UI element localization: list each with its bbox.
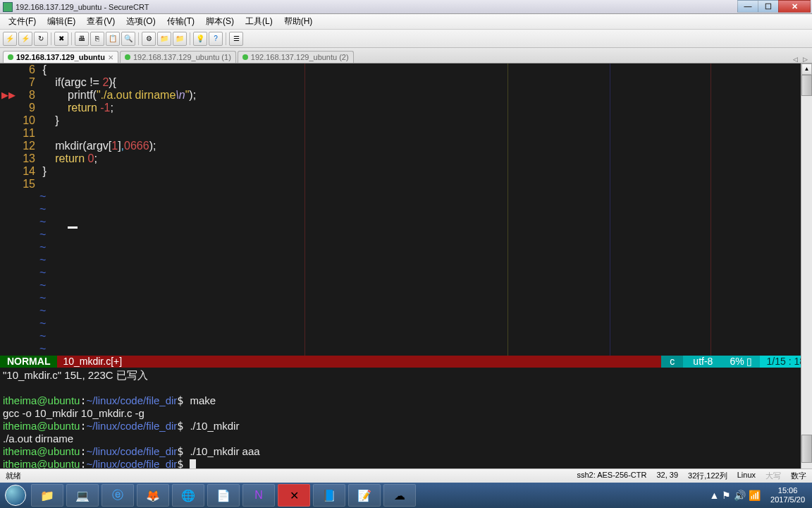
taskbar-explorer[interactable]: 📁 — [31, 484, 63, 507]
toolbar-separator — [71, 32, 72, 45]
vim-percent: 6% ▯ — [722, 356, 759, 368]
tab-scroll-arrows[interactable]: ◁ ▷ — [793, 56, 809, 63]
vim-statusline: NORMAL 10_mkdir.c[+] c utf-8 6% ▯ 1/15 :… — [0, 356, 812, 368]
terminal-output[interactable]: "10_mkdir.c" 15L, 223C 已写入 itheima@ubunt… — [0, 368, 812, 468]
connect-icon[interactable]: ⚡ — [3, 32, 17, 46]
scroll-thumb[interactable] — [801, 75, 812, 96]
scrollbar[interactable]: ▲ — [801, 64, 812, 468]
line-number-gutter: 6 7 ▶▶8 9 10 11 12 13 14 15 — [0, 64, 39, 356]
windows-orb-icon — [5, 485, 26, 506]
menu-edit[interactable]: 编辑(E) — [42, 16, 81, 28]
vim-filetype: c — [661, 356, 683, 368]
terminal-editor[interactable]: 6 7 ▶▶8 9 10 11 12 13 14 15 { if(argc !=… — [0, 64, 812, 468]
quick-connect-icon[interactable]: ⚡ — [18, 32, 32, 46]
scroll-up-icon[interactable]: ▲ — [801, 64, 812, 75]
start-button[interactable] — [1, 484, 30, 507]
properties-icon[interactable]: ⚙ — [142, 32, 156, 46]
taskbar-onenote[interactable]: N — [242, 484, 275, 507]
taskbar-app2[interactable]: 📘 — [313, 484, 345, 507]
status-numlock: 数字 — [791, 471, 806, 481]
menu-bar: 文件(F) 编辑(E) 查看(V) 选项(O) 传输(T) 脚本(S) 工具(L… — [0, 14, 812, 30]
menu-script[interactable]: 脚本(S) — [200, 16, 240, 28]
status-cursor-pos: 32, 39 — [656, 471, 678, 481]
window-title: 192.168.137.129_ubuntu - SecureCRT — [16, 3, 149, 11]
paste-icon[interactable]: 📋 — [106, 32, 120, 46]
minimize-button[interactable]: — — [737, 0, 758, 13]
terminal-cursor — [190, 459, 196, 468]
status-bar: 就绪 ssh2: AES-256-CTR 32, 39 32行,122列 Lin… — [0, 468, 812, 483]
connected-icon — [125, 54, 130, 60]
status-os: Linux — [737, 471, 756, 481]
toolbar: ⚡ ⚡ ↻ ✖ 🖶 ⎘ 📋 🔍 ⚙ 📁 📁 💡 ? ☰ — [0, 30, 812, 48]
menu-view[interactable]: 查看(V) — [81, 16, 121, 28]
options-icon[interactable]: 📁 — [157, 32, 171, 46]
taskbar-ie[interactable]: ⓔ — [102, 484, 134, 507]
toolbar-separator — [51, 32, 51, 45]
tab-session-3[interactable]: 192.168.137.129_ubuntu (2) — [238, 51, 354, 63]
taskbar-app3[interactable]: ☁ — [383, 484, 416, 507]
taskbar-app1[interactable]: ✕ — [278, 484, 310, 507]
tab-label: 192.168.137.129_ubuntu (1) — [133, 53, 231, 61]
copy-icon[interactable]: ⎘ — [90, 32, 104, 46]
close-tab-icon[interactable]: ✕ — [108, 54, 113, 61]
tray-icons[interactable]: ▲ ⚑ 🔊 📶 — [706, 490, 765, 501]
status-ssh: ssh2: AES-256-CTR — [577, 471, 646, 481]
log-icon[interactable]: ☰ — [229, 32, 243, 46]
cursor — [68, 226, 78, 229]
windows-taskbar: 📁 💻 ⓔ 🦊 🌐 📄 N ✕ 📘 📝 ☁ ▲ ⚑ 🔊 📶 15:06 2017… — [0, 483, 812, 508]
status-dimensions: 32行,122列 — [688, 471, 727, 481]
tab-bar: 192.168.137.129_ubuntu ✕ 192.168.137.129… — [0, 48, 812, 64]
connected-icon — [8, 54, 13, 60]
vim-encoding: utf-8 — [683, 356, 722, 368]
status-caps: 大写 — [765, 471, 781, 481]
taskbar-chrome[interactable]: 🌐 — [172, 484, 204, 507]
taskbar-securecrt[interactable]: 💻 — [66, 484, 99, 507]
close-button[interactable]: ✕ — [778, 0, 811, 13]
menu-help[interactable]: 帮助(H) — [278, 16, 319, 28]
tip-icon[interactable]: 💡 — [193, 32, 207, 46]
toolbar-separator — [226, 32, 226, 45]
title-bar: 192.168.137.129_ubuntu - SecureCRT — ☐ ✕ — [0, 0, 812, 14]
session-icon[interactable]: 📁 — [173, 32, 187, 46]
menu-options[interactable]: 选项(O) — [121, 16, 161, 28]
find-icon[interactable]: 🔍 — [121, 32, 135, 46]
toolbar-separator — [190, 32, 190, 45]
taskbar-office[interactable]: 📄 — [207, 484, 240, 507]
vim-filename: 10_mkdir.c[+] — [57, 356, 128, 368]
tab-session-2[interactable]: 192.168.137.129_ubuntu (1) — [120, 51, 236, 63]
tab-label: 192.168.137.129_ubuntu (2) — [251, 53, 349, 61]
taskbar-firefox[interactable]: 🦊 — [137, 484, 169, 507]
help-icon[interactable]: ? — [209, 32, 223, 46]
scroll-thumb[interactable] — [801, 435, 812, 463]
connected-icon — [242, 54, 248, 60]
app-icon — [3, 2, 13, 12]
reconnect-icon[interactable]: ↻ — [34, 32, 48, 46]
taskbar-notepad[interactable]: 📝 — [348, 484, 381, 507]
menu-tools[interactable]: 工具(L) — [240, 16, 278, 28]
menu-file[interactable]: 文件(F) — [3, 16, 42, 28]
toolbar-separator — [138, 32, 139, 45]
disconnect-icon[interactable]: ✖ — [54, 32, 68, 46]
maximize-button[interactable]: ☐ — [758, 0, 779, 13]
status-ready: 就绪 — [6, 471, 21, 481]
taskbar-clock[interactable]: 15:06 2017/5/20 — [765, 486, 811, 504]
menu-transfer[interactable]: 传输(T) — [161, 16, 200, 28]
tab-session-1[interactable]: 192.168.137.129_ubuntu ✕ — [3, 51, 118, 63]
tab-label: 192.168.137.129_ubuntu — [16, 53, 105, 61]
print-icon[interactable]: 🖶 — [75, 32, 89, 46]
breakpoint-icon: ▶▶ — [1, 89, 16, 102]
code-content[interactable]: { if(argc != 2){ printf("./a.out dirname… — [39, 64, 812, 356]
vim-mode: NORMAL — [0, 356, 57, 368]
